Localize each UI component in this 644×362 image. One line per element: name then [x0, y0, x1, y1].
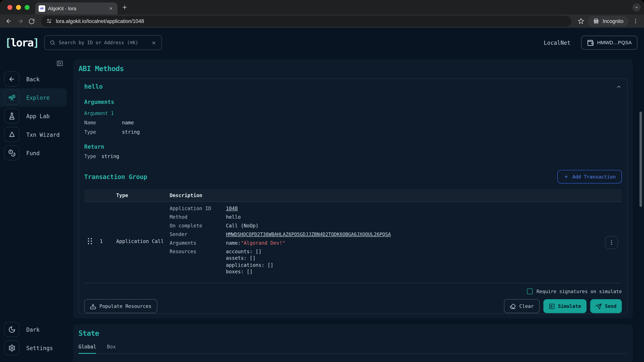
star-icon — [578, 17, 584, 25]
incognito-badge: Incognito — [588, 16, 628, 26]
browser-toolbar: lora.algokit.io/localnet/application/104… — [0, 14, 644, 28]
forward-button[interactable] — [16, 16, 25, 26]
tab-strip: ak AlgoKit - lora × + — [0, 0, 644, 14]
state-title: State — [78, 329, 628, 337]
gear-icon — [4, 340, 19, 356]
resources-list: accounts: [] assets: [] applications: []… — [226, 248, 273, 275]
require-signatures-checkbox[interactable] — [527, 289, 533, 294]
close-window-button[interactable] — [8, 5, 12, 9]
tab-title: AlgoKit - lora — [48, 5, 105, 11]
sidebar-item-app-lab[interactable]: App Lab — [0, 107, 67, 125]
transaction-group-title: Transaction Group — [84, 173, 147, 180]
sender-address-link[interactable]: HMWDSHQCOPD2T36WBAHLAZ6PO5GDJJZBN4D2TODK… — [226, 231, 391, 238]
arguments-heading: Arguments — [84, 98, 622, 105]
argument1-heading: Argument 1 — [84, 110, 622, 116]
send-button[interactable]: Send — [590, 299, 622, 313]
chevron-down-icon — [634, 5, 639, 9]
sidebar-item-label: Fund — [26, 150, 40, 156]
field-application-id: Application ID 1048 — [170, 205, 605, 212]
simulate-button[interactable]: Simulate — [543, 299, 586, 313]
arrow-right-icon — [16, 17, 24, 25]
method-header[interactable]: hello — [84, 83, 622, 90]
sidebar-item-label: Settings — [26, 345, 53, 351]
application-id-link[interactable]: 1048 — [226, 205, 238, 212]
sidebar-item-label: Txn Wizard — [26, 131, 60, 138]
sidebar-item-label: Explore — [26, 94, 50, 101]
page-scrollbar[interactable] — [640, 112, 642, 207]
type-label: Type — [84, 153, 102, 159]
table-row[interactable]: 1 Application Call Application ID 1048 — [84, 202, 622, 283]
url-text[interactable]: lora.algokit.io/localnet/application/104… — [56, 18, 144, 24]
sidebar-item-back[interactable]: Back — [0, 70, 67, 88]
sidebar-item-settings[interactable]: Settings — [0, 339, 67, 357]
tab-favicon: ak — [38, 5, 45, 12]
sidebar-footer: Dark Settings — [0, 320, 67, 362]
send-icon — [596, 303, 602, 309]
clear-search-icon[interactable] — [151, 40, 156, 45]
logo-bracket-left: [ — [5, 36, 10, 49]
wallet-button[interactable]: HMWD…PQSA — [581, 36, 638, 50]
clear-button[interactable]: Clear — [504, 299, 540, 313]
site-settings-icon[interactable] — [46, 18, 52, 24]
type-label: Type — [84, 129, 122, 135]
state-tabs: Global Box — [78, 344, 628, 354]
eraser-icon — [510, 303, 516, 309]
arrow-left-icon — [5, 17, 12, 25]
search-input[interactable] — [59, 40, 148, 45]
chevron-up-icon[interactable] — [616, 83, 622, 90]
sidebar-item-txn-wizard[interactable]: Txn Wizard — [0, 125, 67, 144]
tab-global[interactable]: Global — [78, 344, 96, 353]
tab-close-icon[interactable]: × — [108, 5, 114, 12]
lora-logo[interactable]: [lora] — [5, 36, 38, 49]
screen: ak AlgoKit - lora × + lora.algokit.io/l — [0, 0, 644, 362]
reload-icon — [28, 18, 35, 24]
traffic-lights[interactable] — [0, 5, 36, 9]
reload-button[interactable] — [27, 16, 36, 26]
clear-label: Clear — [519, 303, 534, 309]
network-label[interactable]: LocalNet — [544, 39, 570, 46]
bookmark-button[interactable] — [576, 16, 586, 26]
field-arguments: Arguments name: "Algorand Dev!" — [170, 240, 605, 246]
add-transaction-button[interactable]: Add Transaction — [558, 170, 622, 184]
zoom-window-button[interactable] — [25, 5, 30, 9]
address-bar[interactable]: lora.algokit.io/localnet/application/104… — [41, 16, 572, 26]
populate-resources-label: Populate Resources — [100, 303, 152, 309]
back-button[interactable] — [4, 16, 13, 26]
populate-resources-button[interactable]: Populate Resources — [84, 299, 157, 313]
state-card: State Global Box — [73, 324, 633, 362]
plus-icon — [564, 174, 569, 179]
composer-actions: Populate Resources Clear Si — [84, 299, 622, 313]
sidebar-collapse-button[interactable] — [56, 59, 64, 67]
wallet-icon — [587, 39, 594, 46]
sidebar-item-fund[interactable]: Fund — [0, 144, 67, 162]
global-search[interactable] — [44, 35, 162, 50]
argument-type-row: Type string — [84, 129, 622, 135]
row-menu-button[interactable] — [605, 236, 618, 249]
logo-bracket-right: ] — [33, 36, 38, 49]
method-panel: hello Arguments Argument 1 Name name — [78, 78, 628, 314]
argument-string-value: "Algorand Dev!" — [241, 240, 285, 246]
tab-search-button[interactable] — [632, 3, 641, 11]
field-label: Arguments — [170, 240, 226, 246]
tab-box[interactable]: Box — [107, 344, 116, 353]
new-tab-button[interactable]: + — [122, 3, 127, 12]
transaction-table: Type Description 1 Application Call — [84, 189, 622, 283]
minimize-window-button[interactable] — [16, 5, 21, 9]
field-label: Resources — [170, 248, 226, 275]
field-on-complete: On complete Call (NoOp) — [170, 222, 605, 229]
type-value: string — [102, 153, 119, 159]
field-value: Call (NoOp) — [226, 222, 258, 229]
drag-handle[interactable] — [84, 205, 96, 277]
resource-applications: applications: [] — [226, 262, 273, 268]
wizard-hat-icon — [4, 127, 19, 142]
browser-menu-button[interactable] — [631, 16, 640, 26]
sidebar-item-theme-toggle[interactable]: Dark — [0, 320, 67, 339]
sidebar-item-explore[interactable]: Explore — [0, 88, 67, 107]
download-icon — [90, 303, 96, 309]
browser-tab[interactable]: ak AlgoKit - lora × — [36, 2, 118, 14]
field-label: On complete — [170, 222, 226, 229]
wallet-address: HMWD…PQSA — [597, 40, 632, 45]
return-heading: Return — [84, 143, 622, 150]
field-value: hello — [226, 214, 241, 220]
field-method: Method hello — [170, 214, 605, 220]
